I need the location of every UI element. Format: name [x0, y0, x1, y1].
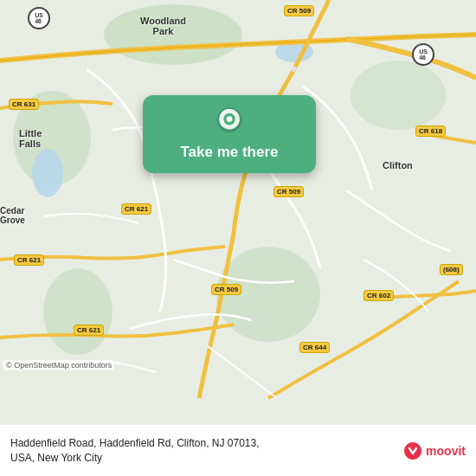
svg-point-9 [292, 67, 297, 72]
badge-cr509-bot: CR 509 [211, 284, 241, 295]
badge-cr509-top: CR 509 [284, 5, 314, 16]
badge-us46-top: US46 [28, 7, 50, 29]
take-me-there-button[interactable]: Take me there [180, 144, 278, 161]
moovit-text: moovit [426, 444, 466, 458]
badge-cr509-mid: CR 509 [273, 186, 304, 197]
badge-cr608: (608) [440, 264, 463, 275]
osm-credit: © OpenStreetMap contributors [3, 360, 114, 370]
svg-point-3 [43, 268, 113, 355]
badge-cr621-mid: CR 621 [14, 254, 44, 266]
svg-point-13 [227, 116, 233, 122]
address-line2: USA, New York City [10, 452, 102, 464]
badge-cr621-top: CR 621 [121, 203, 151, 215]
label-woodland-park: WoodlandPark [140, 16, 186, 36]
badge-cr631: CR 631 [9, 99, 39, 110]
svg-point-5 [351, 61, 446, 130]
label-clifton: Clifton [383, 160, 413, 170]
badge-cr602: CR 602 [363, 290, 394, 301]
badge-cr621-bot: CR 621 [74, 325, 104, 336]
badge-cr644: CR 644 [299, 342, 330, 353]
map-container: US46 CR 509 US46 CR 631 CR 618 CR 509 CR… [0, 0, 476, 424]
label-little-falls: LittleFalls [19, 128, 42, 149]
moovit-icon [403, 441, 422, 460]
address-line1: Haddenfield Road, Haddenfield Rd, Clifto… [10, 437, 260, 449]
callout-bubble[interactable]: Take me there [143, 95, 316, 173]
location-pin-icon [215, 107, 244, 137]
label-cedar-grove: CedarGrove [0, 206, 25, 225]
svg-point-6 [32, 149, 63, 197]
bottom-bar: Haddenfield Road, Haddenfield Rd, Clifto… [0, 424, 476, 476]
moovit-logo: moovit [403, 441, 466, 460]
address-text: Haddenfield Road, Haddenfield Rd, Clifto… [10, 436, 396, 466]
badge-us46-right: US46 [412, 43, 434, 66]
badge-cr618: CR 618 [415, 125, 446, 137]
